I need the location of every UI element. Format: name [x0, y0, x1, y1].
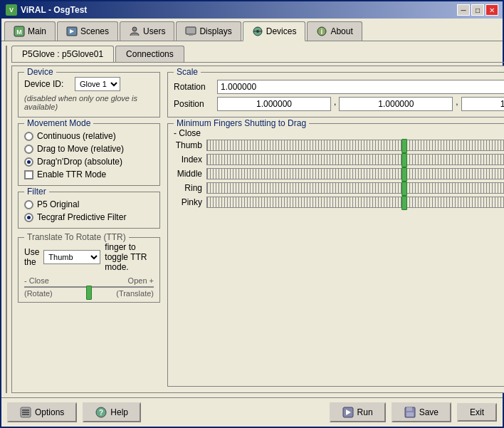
tab-scenes[interactable]: Scenes [57, 21, 118, 41]
tab-users[interactable]: Users [120, 21, 174, 41]
ring-slider-thumb[interactable] [401, 182, 407, 196]
exit-label: Exit [470, 407, 484, 417]
index-slider-thumb[interactable] [401, 153, 407, 167]
middle-slider-thumb[interactable] [401, 167, 407, 182]
help-icon: ? [95, 407, 107, 418]
position-inputs: , , [217, 97, 504, 111]
run-button[interactable]: Run [330, 402, 386, 422]
svg-rect-36 [406, 407, 412, 411]
min-fingers-title: Minimum Fingers Shutting to Drag [174, 118, 309, 128]
pinky-label: Pinky [174, 197, 202, 207]
tab-users-label: Users [143, 26, 165, 36]
tab-about-label: About [330, 26, 352, 36]
position-x-input[interactable] [217, 97, 331, 111]
ttr-mode-checkbox-item[interactable]: Enable TTR Mode [24, 169, 154, 179]
device-note: (disabled when only one glove is availab… [24, 94, 154, 111]
movement-drag-to-move[interactable]: Drag to Move (relative) [24, 144, 154, 154]
min-fingers-header: - Close Open + [174, 128, 504, 138]
ttr-slider-track[interactable] [24, 286, 154, 288]
device-id-select[interactable]: Glove 1 Glove 2 [75, 77, 120, 91]
device-id-label: Device ID: [24, 79, 70, 89]
right-column: Scale Rotation Position , , [167, 72, 504, 387]
radio-drag-to-move[interactable] [24, 145, 33, 154]
scale-group-title: Scale [174, 67, 201, 77]
title-bar-left: V ViRAL - OsgTest [6, 4, 87, 16]
run-icon [342, 407, 354, 418]
svg-point-8 [256, 30, 259, 33]
position-row: Position , , [174, 97, 504, 111]
ttr-finger-select[interactable]: Thumb Index Middle Ring Pinky [43, 250, 100, 264]
help-label: Help [110, 407, 128, 417]
index-label: Index [174, 155, 202, 165]
svg-rect-30 [22, 414, 29, 415]
movement-continuous[interactable]: Continuous (relative) [24, 131, 154, 141]
filter-group-title: Filter [24, 187, 49, 197]
tab-about[interactable]: i About [307, 21, 362, 41]
ttr-rotate-label: (Rotate) [24, 289, 53, 298]
ttr-use-label: Use the [24, 247, 39, 267]
tab-scenes-label: Scenes [80, 26, 109, 36]
help-button[interactable]: ? Help [83, 402, 141, 422]
rotation-input[interactable] [217, 80, 504, 94]
filter-tecgraf[interactable]: Tecgraf Predictive Filter [24, 212, 154, 222]
movement-drag-to-move-label: Drag to Move (relative) [37, 144, 124, 154]
tab-devices[interactable]: Devices [243, 21, 306, 41]
ttr-mode-label: Enable TTR Mode [37, 169, 106, 179]
save-button[interactable]: Save [392, 402, 451, 422]
filter-options: P5 Original Tecgraf Predictive Filter [24, 197, 154, 222]
main-content: New Device proxyDevice01 [1, 41, 503, 397]
svg-text:M: M [16, 28, 22, 36]
ttr-slider-area: - Close Open + (Rotate) (Translate) [24, 276, 154, 298]
ring-slider-track[interactable] [206, 182, 504, 194]
minimize-button[interactable]: ─ [457, 4, 470, 16]
device-group: Device Device ID: Glove 1 Glove 2 (disab… [18, 72, 160, 118]
radio-tecgraf[interactable] [24, 213, 33, 222]
thumb-label: Thumb [174, 140, 202, 150]
filter-group: Filter P5 Original Tecgraf Predictive Fi… [18, 192, 160, 229]
middle-slider-row: Middle [174, 168, 504, 179]
options-button[interactable]: Options [7, 402, 77, 422]
right-panel: P5Glove : p5Glove01 Connections Device D… [11, 46, 504, 393]
exit-button[interactable]: Exit [457, 403, 497, 422]
movement-dragndrop[interactable]: Drag'n'Drop (absolute) [24, 157, 154, 167]
middle-label: Middle [174, 169, 202, 179]
inner-tab-p5glove-label: P5Glove : p5Glove01 [22, 49, 103, 59]
tab-main[interactable]: M Main [4, 21, 56, 41]
device-group-title: Device [24, 67, 56, 77]
devices-icon [252, 26, 263, 37]
radio-dragndrop[interactable] [24, 157, 33, 167]
ttr-finger-row: Use the Thumb Index Middle Ring Pinky fi… [24, 242, 154, 272]
thumb-slider-thumb[interactable] [401, 139, 407, 153]
inner-tab-p5glove[interactable]: P5Glove : p5Glove01 [11, 46, 114, 62]
movement-mode-options: Continuous (relative) Drag to Move (rela… [24, 128, 154, 167]
inner-tab-connections[interactable]: Connections [115, 46, 184, 62]
thumb-slider-track[interactable] [206, 140, 504, 151]
pinky-slider-track[interactable] [206, 197, 504, 208]
ring-label: Ring [174, 183, 202, 193]
displays-icon [185, 26, 196, 37]
pinky-slider-row: Pinky [174, 197, 504, 208]
maximize-button[interactable]: □ [471, 4, 484, 16]
position-z-input[interactable] [461, 97, 504, 111]
left-panel: New Device proxyDevice01 [6, 46, 7, 393]
main-icon: M [14, 26, 25, 37]
radio-continuous[interactable] [24, 132, 33, 141]
left-column: Device Device ID: Glove 1 Glove 2 (disab… [18, 72, 160, 387]
middle-slider-track[interactable] [206, 168, 504, 179]
ttr-mode-checkbox[interactable] [24, 170, 33, 179]
svg-point-4 [132, 27, 137, 31]
movement-mode-group: Movement Mode Continuous (relative) Drag… [18, 123, 160, 186]
index-slider-track[interactable] [206, 154, 504, 165]
movement-mode-title: Movement Mode [24, 118, 93, 128]
inner-tab-header: P5Glove : p5Glove01 Connections [11, 46, 504, 63]
ring-slider-row: Ring [174, 182, 504, 194]
tab-displays[interactable]: Displays [176, 21, 241, 41]
filter-p5-original[interactable]: P5 Original [24, 199, 154, 209]
pinky-slider-thumb[interactable] [401, 196, 407, 210]
position-y-input[interactable] [339, 97, 453, 111]
radio-p5-original[interactable] [24, 200, 33, 209]
tab-main-label: Main [28, 26, 46, 36]
ttr-slider-thumb[interactable] [86, 286, 92, 300]
close-button[interactable]: ✕ [485, 4, 498, 16]
svg-rect-37 [406, 412, 414, 417]
